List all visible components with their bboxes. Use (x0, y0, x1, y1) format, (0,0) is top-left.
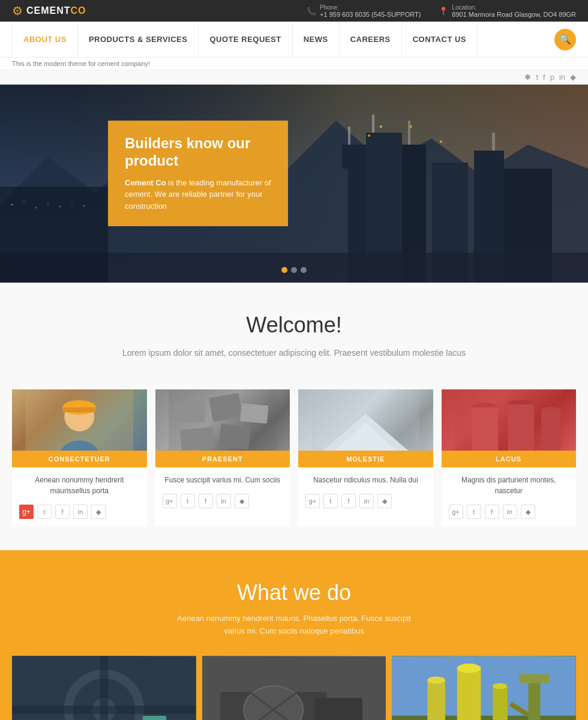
card-4-social: g+ t f in ◆ (442, 501, 577, 526)
svg-rect-35 (240, 404, 268, 424)
welcome-description: Lorem ipsum dolor sit amet, consectetuer… (12, 346, 576, 359)
welcome-title: Welcome! (12, 313, 576, 338)
dot-3[interactable] (301, 267, 307, 273)
card-4-twitter[interactable]: t (467, 505, 481, 519)
svg-point-25 (71, 202, 73, 203)
card-4-image: LACUS (442, 389, 577, 467)
hero-pagination[interactable] (281, 267, 307, 273)
ticker-bar: This is the modern theme for cement comp… (0, 58, 588, 70)
ticker-text: This is the modern theme for cement comp… (12, 60, 150, 67)
nav-products[interactable]: PRODUCTS & SERVICES (78, 22, 199, 58)
svg-point-20 (11, 204, 13, 206)
social-twitter[interactable]: t (536, 73, 538, 82)
nav-links: ABOUT US PRODUCTS & SERVICES QUOTE REQUE… (12, 22, 554, 58)
social-linkedin[interactable]: in (559, 73, 565, 82)
card-1-image: CONSECTETUER (12, 389, 147, 467)
what-card-3-overlay (392, 656, 576, 720)
hero-skyline-svg (0, 85, 588, 283)
card-4-linkedin[interactable]: in (503, 505, 517, 519)
nav-contact[interactable]: CONTACT US (402, 22, 478, 58)
card-2-gplus[interactable]: g+ (163, 494, 177, 508)
card-3-social: g+ t f in ◆ (298, 490, 433, 515)
what-grid: Praesent vestibulum Lorem ipsum dolor si… (12, 656, 576, 720)
svg-rect-37 (218, 424, 251, 451)
hero-section: Builders know our product Cement Co is t… (0, 85, 588, 283)
welcome-section: Welcome! Lorem ipsum dolor sit amet, con… (0, 283, 588, 383)
search-button[interactable]: 🔍 (554, 29, 576, 50)
card-4: LACUS Magnis dis parturient montes, nasc… (442, 389, 577, 526)
card-3-gplus[interactable]: g+ (305, 494, 320, 508)
location-icon: 📍 (439, 7, 448, 16)
social-pinterest[interactable]: p (550, 73, 554, 82)
card-2: PRAESENT Fusce suscipit varius mi. Cum s… (155, 389, 290, 526)
social-sinaweibo[interactable]: ✱ (524, 73, 531, 82)
card-2-twitter[interactable]: t (181, 494, 195, 508)
card-4-gplus[interactable]: g+ (449, 505, 463, 519)
contact-info: 📞 Phone: +1 959 603 6035 (545-SUPPORT) 📍… (307, 4, 576, 18)
what-section: What we do Aenean nonummy hendrerit maur… (0, 550, 588, 720)
svg-point-24 (59, 206, 61, 208)
brand-name: CEMENTCO (26, 5, 86, 16)
card-2-social: g+ t f in ◆ (155, 490, 290, 515)
social-rss[interactable]: ◆ (570, 73, 576, 82)
card-1-body: Aenean nonummy hendrerit maurissellus po… (12, 467, 147, 501)
card-3-linkedin[interactable]: in (359, 494, 374, 508)
svg-rect-7 (372, 115, 374, 133)
card-1-social: g+ t f in ◆ (12, 501, 147, 526)
nav-careers[interactable]: CAREERS (340, 22, 402, 58)
svg-point-14 (368, 134, 370, 137)
svg-rect-19 (0, 187, 108, 283)
what-card-2[interactable] (202, 656, 386, 720)
phone-icon: 📞 (307, 7, 316, 16)
card-2-linkedin[interactable]: in (217, 494, 231, 508)
nav-quote[interactable]: QUOTE REQUEST (199, 22, 292, 58)
dot-2[interactable] (291, 267, 297, 273)
card-2-image: PRAESENT (155, 389, 290, 467)
svg-rect-9 (408, 121, 410, 145)
cards-section: CONSECTETUER Aenean nonummy hendrerit ma… (0, 383, 588, 550)
card-3-body: Nascetur ridiculus mus. Nulla dui (298, 467, 433, 490)
svg-point-15 (380, 125, 382, 128)
dot-1[interactable] (281, 267, 287, 273)
svg-point-16 (410, 125, 412, 128)
what-card-2-overlay (202, 656, 386, 720)
card-3-facebook[interactable]: f (341, 494, 356, 508)
card-2-rss[interactable]: ◆ (235, 494, 249, 508)
hero-description: Cement Co is the leading manufacturer of… (125, 177, 271, 212)
card-1-label: CONSECTETUER (12, 451, 147, 467)
card-1-facebook[interactable]: f (55, 505, 70, 519)
social-bar: ✱ t f p in ◆ (0, 70, 588, 85)
card-4-rss[interactable]: ◆ (521, 505, 535, 519)
card-2-label: PRAESENT (155, 451, 290, 467)
card-3-twitter[interactable]: t (323, 494, 338, 508)
svg-rect-36 (179, 427, 214, 451)
nav-about[interactable]: ABOUT US (12, 22, 78, 58)
card-3: MOLESTIE Nascetur ridiculus mus. Nulla d… (298, 389, 433, 526)
card-4-body: Magnis dis parturient montes, nascetur (442, 467, 577, 501)
svg-rect-12 (492, 133, 495, 151)
cards-grid: CONSECTETUER Aenean nonummy hendrerit ma… (12, 389, 576, 526)
what-card-1-overlay: Praesent vestibulum Lorem ipsum dolor si… (12, 656, 196, 720)
card-1-rss[interactable]: ◆ (91, 505, 106, 519)
what-title: What we do (12, 580, 576, 605)
main-nav: ABOUT US PRODUCTS & SERVICES QUOTE REQUE… (0, 22, 588, 58)
what-card-1[interactable]: Praesent vestibulum Lorem ipsum dolor si… (12, 656, 196, 720)
card-1-twitter[interactable]: t (37, 505, 52, 519)
location-info: 📍 Location: 8901 Marmora Road Glasgow, D… (439, 4, 576, 18)
card-2-body: Fusce suscipit varius mi. Cum sociis (155, 467, 290, 490)
svg-rect-33 (175, 401, 205, 422)
nav-news[interactable]: NEWS (293, 22, 340, 58)
svg-point-22 (35, 207, 37, 209)
card-2-facebook[interactable]: f (199, 494, 213, 508)
social-facebook[interactable]: f (543, 73, 545, 82)
svg-point-23 (47, 203, 49, 204)
svg-point-26 (83, 205, 85, 207)
card-1-linkedin[interactable]: in (73, 505, 88, 519)
logo[interactable]: ⚙ CEMENTCO (12, 4, 86, 18)
card-1-gplus[interactable]: g+ (19, 505, 34, 519)
svg-rect-5 (348, 127, 350, 145)
card-4-facebook[interactable]: f (485, 505, 499, 519)
svg-rect-31 (62, 407, 96, 412)
card-3-rss[interactable]: ◆ (377, 494, 392, 508)
what-card-3[interactable] (392, 656, 576, 720)
